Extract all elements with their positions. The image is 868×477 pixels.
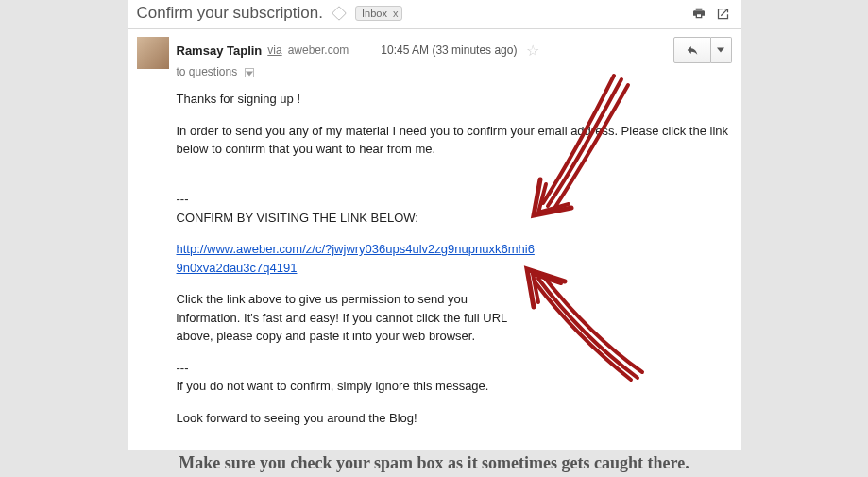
body-instructions: Click the link above to give us permissi…: [177, 290, 517, 346]
email-header-bar: Confirm your subscription. Inbox x: [128, 0, 741, 29]
print-icon[interactable]: [690, 5, 707, 22]
new-window-icon[interactable]: [715, 5, 732, 22]
tag-icon[interactable]: [332, 6, 347, 21]
via-domain: aweber.com: [288, 43, 349, 57]
caption-text: Make sure you check your spam box as it …: [0, 453, 868, 473]
email-container: Confirm your subscription. Inbox x Ramsa…: [128, 0, 741, 450]
separator-2: ---: [177, 359, 732, 378]
to-line: to questions: [177, 65, 732, 78]
recipient-text: to questions: [177, 65, 238, 78]
avatar[interactable]: [137, 37, 169, 69]
body-intro: In order to send you any of my material …: [177, 122, 732, 159]
email-timestamp: 10:45 AM (33 minutes ago): [381, 43, 517, 57]
separator: ---: [177, 190, 732, 209]
confirm-link[interactable]: http://www.aweber.com/z/c/?jwjwry036ups4…: [177, 240, 536, 277]
close-icon[interactable]: x: [393, 8, 399, 19]
via-label: via: [267, 43, 281, 57]
reply-button[interactable]: [673, 37, 711, 63]
reply-controls: [673, 37, 732, 63]
body-ignore: If you do not want to confirm, simply ig…: [177, 377, 732, 396]
email-body: Thanks for signing up ! In order to send…: [128, 80, 741, 450]
more-actions-button[interactable]: [711, 37, 732, 63]
sender-name[interactable]: Ramsay Taplin: [177, 43, 263, 58]
email-subject: Confirm your subscription.: [137, 4, 323, 23]
body-closing: Look forward to seeing you around the Bl…: [177, 409, 732, 428]
sender-info: Ramsay Taplin via aweber.com 10:45 AM (3…: [177, 37, 732, 78]
confirm-heading: CONFIRM BY VISITING THE LINK BELOW:: [177, 209, 732, 228]
sender-row: Ramsay Taplin via aweber.com 10:45 AM (3…: [128, 29, 741, 80]
star-icon[interactable]: ☆: [526, 42, 539, 60]
inbox-label-text: Inbox: [362, 8, 387, 19]
details-dropdown-icon[interactable]: [245, 68, 254, 77]
body-greeting: Thanks for signing up !: [177, 90, 732, 109]
inbox-label-tag[interactable]: Inbox x: [355, 6, 402, 21]
